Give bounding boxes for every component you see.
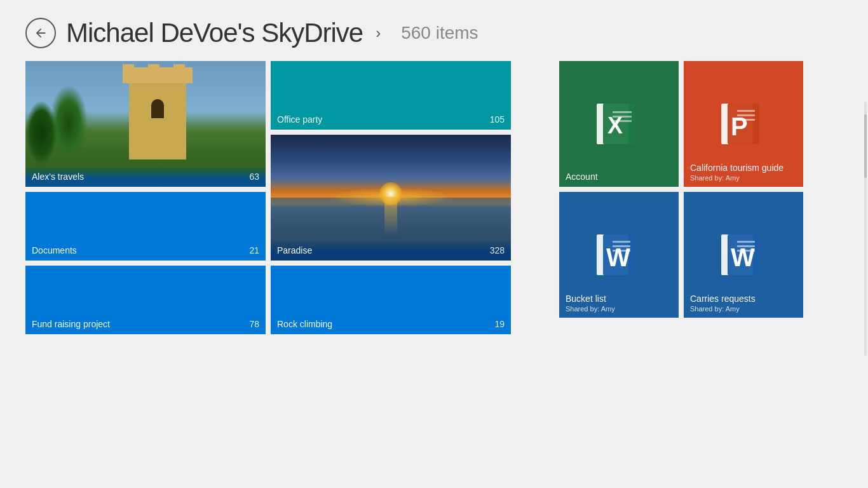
svg-rect-16 (613, 245, 630, 247)
tile-alexs-travels[interactable]: Alex's travels 63 (25, 61, 266, 187)
svg-text:P: P (731, 112, 748, 140)
svg-rect-15 (613, 241, 630, 243)
back-icon (34, 26, 48, 40)
left-column: Alex's travels 63 Documents 21 Fund rais… (25, 61, 266, 334)
svg-rect-3 (613, 111, 632, 113)
svg-rect-10 (737, 114, 755, 116)
account-label: Account (559, 166, 679, 187)
office-party-label: Office party 105 (271, 109, 511, 130)
right-row-top: X Account (559, 61, 803, 187)
bucket-list-label: Bucket list Shared by: Amy (559, 288, 679, 318)
svg-rect-21 (737, 241, 755, 243)
middle-column: Office party 105 (271, 61, 511, 334)
carries-requests-label: Carries requests Shared by: Amy (684, 288, 803, 318)
word-icon-1: W (593, 229, 644, 280)
excel-icon: X (593, 98, 644, 149)
svg-rect-5 (613, 120, 632, 122)
tile-account[interactable]: X Account (559, 61, 679, 187)
tile-rock-climbing[interactable]: Rock climbing 19 (271, 266, 511, 334)
app-container: Michael DeVoe's SkyDrive › 560 items (0, 0, 868, 334)
header: Michael DeVoe's SkyDrive › 560 items (0, 0, 868, 61)
page-title: Michael DeVoe's SkyDrive (66, 18, 363, 48)
alexs-travels-label: Alex's travels 63 (25, 166, 266, 187)
tile-documents[interactable]: Documents 21 (25, 192, 266, 261)
svg-rect-4 (613, 116, 632, 118)
documents-label: Documents 21 (25, 240, 266, 261)
california-label: California tourism guide Shared by: Amy (684, 158, 803, 187)
word-icon-2: W (718, 229, 769, 280)
right-row-bottom: W Bucket list Shared by: Amy (559, 192, 803, 318)
tile-office-party[interactable]: Office party 105 (271, 61, 511, 130)
tile-grid: Alex's travels 63 Documents 21 Fund rais… (0, 61, 868, 334)
svg-rect-9 (737, 110, 755, 112)
scrollbar-thumb[interactable] (864, 114, 867, 178)
scrollbar-track (864, 102, 867, 356)
tile-carries-requests[interactable]: W Carries requests Shared by: Amy (684, 192, 803, 318)
paradise-label: Paradise 328 (271, 240, 511, 261)
tile-bucket-list[interactable]: W Bucket list Shared by: Amy (559, 192, 679, 318)
rock-climbing-label: Rock climbing 19 (271, 314, 511, 334)
svg-rect-17 (613, 250, 630, 252)
ppt-icon: P (718, 98, 769, 149)
svg-text:W: W (606, 243, 630, 271)
tile-california[interactable]: P California tourism guide Shared by: Am… (684, 61, 803, 187)
dropdown-arrow-icon[interactable]: › (376, 24, 381, 42)
fund-raising-label: Fund raising project 78 (25, 314, 266, 334)
svg-text:W: W (731, 243, 755, 271)
item-count: 560 items (401, 23, 478, 43)
tile-fund-raising[interactable]: Fund raising project 78 (25, 266, 266, 334)
svg-rect-11 (737, 119, 755, 121)
svg-rect-23 (737, 250, 755, 252)
back-button[interactable] (25, 18, 56, 48)
tile-paradise[interactable]: Paradise 328 (271, 135, 511, 261)
right-column: X Account (559, 61, 803, 318)
svg-rect-22 (737, 245, 755, 247)
